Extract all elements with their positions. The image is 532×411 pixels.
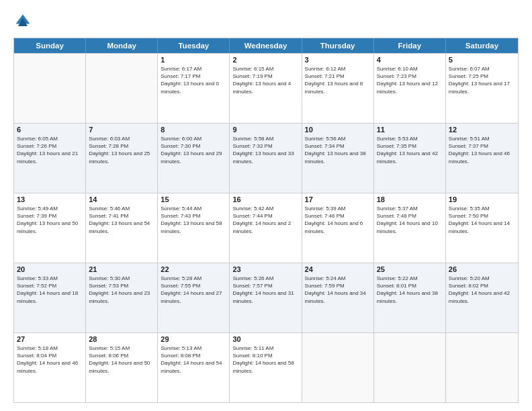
day-number: 1 <box>161 56 226 64</box>
day-cell: 27Sunrise: 5:18 AM Sunset: 8:04 PM Dayli… <box>14 333 86 402</box>
day-number: 12 <box>449 126 515 134</box>
day-cell: 18Sunrise: 5:37 AM Sunset: 7:48 PM Dayli… <box>374 193 446 263</box>
day-info: Sunrise: 6:10 AM Sunset: 7:23 PM Dayligh… <box>377 65 443 95</box>
day-cell: 25Sunrise: 5:22 AM Sunset: 8:01 PM Dayli… <box>374 263 446 332</box>
day-number: 2 <box>232 56 298 64</box>
day-number: 24 <box>305 265 371 273</box>
calendar: SundayMondayTuesdayWednesdayThursdayFrid… <box>13 38 519 403</box>
day-number: 5 <box>449 56 515 64</box>
day-info: Sunrise: 5:33 AM Sunset: 7:52 PM Dayligh… <box>17 275 83 305</box>
day-info: Sunrise: 5:58 AM Sunset: 7:32 PM Dayligh… <box>232 135 298 165</box>
day-cell <box>86 54 158 123</box>
calendar-row-3: 20Sunrise: 5:33 AM Sunset: 7:52 PM Dayli… <box>14 263 518 332</box>
day-number: 16 <box>232 195 298 203</box>
day-info: Sunrise: 5:20 AM Sunset: 8:02 PM Dayligh… <box>449 275 515 305</box>
header-cell-thursday: Thursday <box>302 38 374 53</box>
day-cell: 5Sunrise: 6:07 AM Sunset: 7:25 PM Daylig… <box>446 54 518 123</box>
header-cell-sunday: Sunday <box>14 38 86 53</box>
day-number: 9 <box>232 126 298 134</box>
calendar-row-0: 1Sunrise: 6:17 AM Sunset: 7:17 PM Daylig… <box>14 53 518 123</box>
day-info: Sunrise: 5:24 AM Sunset: 7:59 PM Dayligh… <box>305 275 371 305</box>
day-info: Sunrise: 5:18 AM Sunset: 8:04 PM Dayligh… <box>17 345 83 375</box>
day-cell: 4Sunrise: 6:10 AM Sunset: 7:23 PM Daylig… <box>374 54 446 123</box>
day-number: 11 <box>377 126 443 134</box>
day-number: 15 <box>161 195 226 203</box>
day-info: Sunrise: 6:17 AM Sunset: 7:17 PM Dayligh… <box>161 65 226 95</box>
day-cell: 17Sunrise: 5:39 AM Sunset: 7:46 PM Dayli… <box>302 193 374 263</box>
day-info: Sunrise: 5:44 AM Sunset: 7:43 PM Dayligh… <box>161 205 226 235</box>
day-info: Sunrise: 6:00 AM Sunset: 7:30 PM Dayligh… <box>161 135 226 165</box>
day-info: Sunrise: 6:07 AM Sunset: 7:25 PM Dayligh… <box>449 65 515 95</box>
day-info: Sunrise: 5:15 AM Sunset: 8:06 PM Dayligh… <box>89 345 154 375</box>
logo <box>13 12 35 31</box>
day-cell: 2Sunrise: 6:15 AM Sunset: 7:19 PM Daylig… <box>230 54 302 123</box>
day-number: 7 <box>89 126 154 134</box>
day-info: Sunrise: 5:46 AM Sunset: 7:41 PM Dayligh… <box>89 205 154 235</box>
day-cell <box>302 333 374 402</box>
day-cell: 28Sunrise: 5:15 AM Sunset: 8:06 PM Dayli… <box>86 333 158 402</box>
day-number: 8 <box>161 126 226 134</box>
header-cell-saturday: Saturday <box>446 38 518 53</box>
calendar-header: SundayMondayTuesdayWednesdayThursdayFrid… <box>14 38 518 53</box>
day-info: Sunrise: 5:30 AM Sunset: 7:53 PM Dayligh… <box>89 275 154 305</box>
header-cell-tuesday: Tuesday <box>158 38 230 53</box>
day-cell: 6Sunrise: 6:05 AM Sunset: 7:26 PM Daylig… <box>14 124 86 193</box>
day-number: 6 <box>17 126 83 134</box>
day-cell: 13Sunrise: 5:49 AM Sunset: 7:39 PM Dayli… <box>14 193 86 263</box>
day-number: 30 <box>232 335 298 343</box>
day-info: Sunrise: 5:13 AM Sunset: 8:08 PM Dayligh… <box>161 345 226 375</box>
day-info: Sunrise: 6:05 AM Sunset: 7:26 PM Dayligh… <box>17 135 83 165</box>
day-info: Sunrise: 5:11 AM Sunset: 8:10 PM Dayligh… <box>232 345 298 375</box>
day-number: 21 <box>89 265 154 273</box>
calendar-body: 1Sunrise: 6:17 AM Sunset: 7:17 PM Daylig… <box>14 53 518 402</box>
day-number: 20 <box>17 265 83 273</box>
day-cell: 9Sunrise: 5:58 AM Sunset: 7:32 PM Daylig… <box>230 124 302 193</box>
header-cell-wednesday: Wednesday <box>230 38 302 53</box>
day-cell: 10Sunrise: 5:56 AM Sunset: 7:34 PM Dayli… <box>302 124 374 193</box>
day-info: Sunrise: 6:03 AM Sunset: 7:28 PM Dayligh… <box>89 135 154 165</box>
day-number: 17 <box>305 195 371 203</box>
day-cell: 3Sunrise: 6:12 AM Sunset: 7:21 PM Daylig… <box>302 54 374 123</box>
calendar-row-4: 27Sunrise: 5:18 AM Sunset: 8:04 PM Dayli… <box>14 332 518 402</box>
day-number: 19 <box>449 195 515 203</box>
day-number: 25 <box>377 265 443 273</box>
header-cell-friday: Friday <box>374 38 446 53</box>
day-number: 27 <box>17 335 83 343</box>
day-number: 10 <box>305 126 371 134</box>
day-info: Sunrise: 5:26 AM Sunset: 7:57 PM Dayligh… <box>232 275 298 305</box>
day-info: Sunrise: 6:15 AM Sunset: 7:19 PM Dayligh… <box>232 65 298 95</box>
day-info: Sunrise: 5:22 AM Sunset: 8:01 PM Dayligh… <box>377 275 443 305</box>
day-number: 29 <box>161 335 226 343</box>
day-cell: 22Sunrise: 5:28 AM Sunset: 7:55 PM Dayli… <box>158 263 230 332</box>
day-info: Sunrise: 5:49 AM Sunset: 7:39 PM Dayligh… <box>17 205 83 235</box>
day-cell <box>14 54 86 123</box>
day-number: 18 <box>377 195 443 203</box>
day-cell: 7Sunrise: 6:03 AM Sunset: 7:28 PM Daylig… <box>86 124 158 193</box>
day-cell: 24Sunrise: 5:24 AM Sunset: 7:59 PM Dayli… <box>302 263 374 332</box>
day-info: Sunrise: 5:42 AM Sunset: 7:44 PM Dayligh… <box>232 205 298 235</box>
day-number: 13 <box>17 195 83 203</box>
day-info: Sunrise: 5:35 AM Sunset: 7:50 PM Dayligh… <box>449 205 515 235</box>
day-info: Sunrise: 5:37 AM Sunset: 7:48 PM Dayligh… <box>377 205 443 235</box>
day-cell: 19Sunrise: 5:35 AM Sunset: 7:50 PM Dayli… <box>446 193 518 263</box>
day-cell: 21Sunrise: 5:30 AM Sunset: 7:53 PM Dayli… <box>86 263 158 332</box>
page: SundayMondayTuesdayWednesdayThursdayFrid… <box>0 0 532 411</box>
day-number: 28 <box>89 335 154 343</box>
day-info: Sunrise: 5:28 AM Sunset: 7:55 PM Dayligh… <box>161 275 226 305</box>
day-number: 3 <box>305 56 371 64</box>
calendar-row-2: 13Sunrise: 5:49 AM Sunset: 7:39 PM Dayli… <box>14 193 518 263</box>
day-cell: 26Sunrise: 5:20 AM Sunset: 8:02 PM Dayli… <box>446 263 518 332</box>
day-cell: 15Sunrise: 5:44 AM Sunset: 7:43 PM Dayli… <box>158 193 230 263</box>
day-cell: 20Sunrise: 5:33 AM Sunset: 7:52 PM Dayli… <box>14 263 86 332</box>
day-number: 26 <box>449 265 515 273</box>
day-number: 14 <box>89 195 154 203</box>
day-cell: 23Sunrise: 5:26 AM Sunset: 7:57 PM Dayli… <box>230 263 302 332</box>
day-cell: 1Sunrise: 6:17 AM Sunset: 7:17 PM Daylig… <box>158 54 230 123</box>
day-cell: 30Sunrise: 5:11 AM Sunset: 8:10 PM Dayli… <box>230 333 302 402</box>
logo-icon <box>13 12 32 31</box>
day-info: Sunrise: 5:51 AM Sunset: 7:37 PM Dayligh… <box>449 135 515 165</box>
header-cell-monday: Monday <box>86 38 158 53</box>
day-number: 23 <box>232 265 298 273</box>
day-cell: 14Sunrise: 5:46 AM Sunset: 7:41 PM Dayli… <box>86 193 158 263</box>
day-number: 4 <box>377 56 443 64</box>
